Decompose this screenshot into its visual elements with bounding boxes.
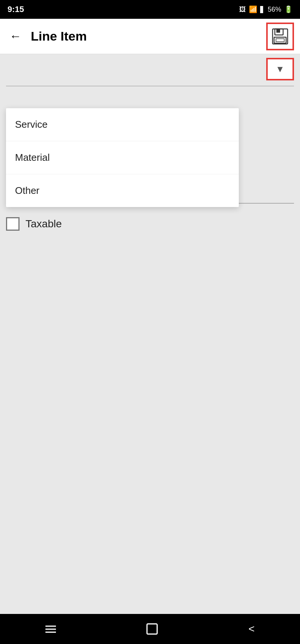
status-time: 9:15 <box>8 5 24 14</box>
wifi-icon: 📶 <box>249 5 257 14</box>
nav-bar: < <box>0 614 300 644</box>
app-header: ← Line Item <box>0 19 300 54</box>
back-button[interactable]: ← <box>6 27 25 46</box>
status-bar: 9:15 🖼 📶 ▋ 56% 🔋 <box>0 0 300 19</box>
back-arrow-icon: ← <box>9 29 21 43</box>
status-icons: 🖼 📶 ▋ 56% 🔋 <box>239 5 292 14</box>
dropdown-menu: Service Material Other <box>6 108 239 207</box>
battery-text: 56% <box>268 6 281 14</box>
signal-icon: ▋ <box>260 6 265 13</box>
type-dropdown-button[interactable]: ▼ <box>266 58 294 80</box>
dropdown-option-other[interactable]: Other <box>6 174 239 207</box>
main-content: ▼ Service Material Other Price Taxable <box>0 54 300 644</box>
save-button[interactable] <box>266 23 294 50</box>
chevron-down-icon: ▼ <box>276 64 285 74</box>
recents-button[interactable] <box>45 626 56 633</box>
taxable-label: Taxable <box>26 218 62 230</box>
svg-rect-4 <box>276 39 284 42</box>
taxable-row: Taxable <box>0 211 300 237</box>
svg-rect-2 <box>276 29 280 33</box>
floppy-disk-icon <box>271 27 289 45</box>
field-divider-2 <box>6 86 294 86</box>
dropdown-option-material[interactable]: Material <box>6 141 239 174</box>
dropdown-row: ▼ <box>0 54 300 84</box>
photo-icon: 🖼 <box>239 6 246 14</box>
page-title: Line Item <box>31 29 266 44</box>
dropdown-option-service[interactable]: Service <box>6 108 239 141</box>
battery-icon: 🔋 <box>284 5 292 14</box>
taxable-checkbox[interactable] <box>6 217 20 231</box>
home-button[interactable] <box>146 623 158 635</box>
nav-back-button[interactable]: < <box>249 623 255 635</box>
